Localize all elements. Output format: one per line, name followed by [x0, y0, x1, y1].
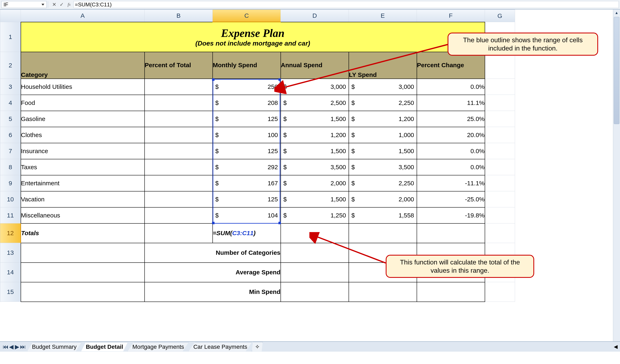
col-header-C[interactable]: C	[213, 10, 281, 22]
cell-G10[interactable]	[485, 191, 515, 207]
cell-A11[interactable]: Miscellaneous	[21, 207, 145, 223]
hdr-ly[interactable]: LY Spend	[349, 52, 417, 79]
scroll-up-button[interactable]: ▲	[613, 10, 620, 16]
cell-C3[interactable]: $250	[213, 79, 281, 95]
label-num-categories[interactable]: Number of Categories	[145, 243, 281, 263]
col-header-B[interactable]: B	[145, 10, 213, 22]
cell-B11[interactable]	[145, 207, 213, 223]
cell-D4[interactable]: $2,500	[281, 95, 349, 111]
cell-B10[interactable]	[145, 191, 213, 207]
cell-B7[interactable]	[145, 143, 213, 159]
cell-A7[interactable]: Insurance	[21, 143, 145, 159]
cell-A5[interactable]: Gasoline	[21, 111, 145, 127]
col-header-F[interactable]: F	[417, 10, 485, 22]
cell-C4[interactable]: $208	[213, 95, 281, 111]
cell-F9[interactable]: -11.1%	[417, 175, 485, 191]
tab-budget-summary[interactable]: Budget Summary	[27, 342, 81, 351]
confirm-formula-button[interactable]: ✓	[59, 1, 65, 8]
row-header-9[interactable]: 9	[0, 175, 21, 191]
cell-B6[interactable]	[145, 127, 213, 143]
label-avg-spend[interactable]: Average Spend	[145, 263, 281, 282]
cell-F5[interactable]: 25.0%	[417, 111, 485, 127]
cell-E15[interactable]	[349, 282, 417, 302]
cell-G15[interactable]	[485, 282, 515, 302]
scroll-thumb[interactable]	[614, 17, 619, 124]
hdr-pct-change[interactable]: Percent Change	[417, 52, 485, 79]
hdr-percent-total[interactable]: Percent of Total	[145, 52, 213, 79]
cell-C12-formula[interactable]: =SUM(C3:C11)	[213, 223, 281, 243]
row-header-14[interactable]: 14	[0, 263, 21, 282]
cell-E12[interactable]	[349, 223, 417, 243]
row-header-4[interactable]: 4	[0, 95, 21, 111]
formula-input[interactable]: =SUM(C3:C11)	[73, 1, 619, 8]
cell-D6[interactable]: $1,200	[281, 127, 349, 143]
label-min-spend[interactable]: Min Spend	[145, 282, 281, 302]
cell-G7[interactable]	[485, 143, 515, 159]
cell-D9[interactable]: $2,000	[281, 175, 349, 191]
dropdown-icon[interactable]	[42, 4, 44, 6]
cell-D12[interactable]	[281, 223, 349, 243]
cell-G11[interactable]	[485, 207, 515, 223]
cell-C8[interactable]: $292	[213, 159, 281, 175]
tab-budget-detail[interactable]: Budget Detail	[81, 342, 128, 351]
tab-nav-prev[interactable]: ◀	[9, 344, 14, 350]
cell-E4[interactable]: $2,250	[349, 95, 417, 111]
cell-B3[interactable]	[145, 79, 213, 95]
cell-B8[interactable]	[145, 159, 213, 175]
row-header-11[interactable]: 11	[0, 207, 21, 223]
cell-F10[interactable]: -25.0%	[417, 191, 485, 207]
cell-D14[interactable]	[281, 263, 349, 282]
tab-new-sheet[interactable]: ✧	[252, 342, 263, 351]
cell-F7[interactable]: 0.0%	[417, 143, 485, 159]
cell-G2[interactable]	[485, 52, 515, 79]
cancel-formula-button[interactable]: ✕	[51, 1, 57, 8]
hdr-annual[interactable]: Annual Spend	[281, 52, 349, 79]
row-header-10[interactable]: 10	[0, 191, 21, 207]
cell-A12-totals[interactable]: Totals	[21, 223, 145, 243]
cell-E8[interactable]: $3,500	[349, 159, 417, 175]
tab-mortgage-payments[interactable]: Mortgage Payments	[128, 342, 189, 351]
row-header-5[interactable]: 5	[0, 111, 21, 127]
cell-D11[interactable]: $1,250	[281, 207, 349, 223]
cell-D7[interactable]: $1,500	[281, 143, 349, 159]
cell-D10[interactable]: $1,500	[281, 191, 349, 207]
cell-E3[interactable]: $3,000	[349, 79, 417, 95]
cell-G6[interactable]	[485, 127, 515, 143]
cell-F8[interactable]: 0.0%	[417, 159, 485, 175]
cell-G8[interactable]	[485, 159, 515, 175]
cell-E6[interactable]: $1,000	[349, 127, 417, 143]
col-header-E[interactable]: E	[349, 10, 417, 22]
cell-C6[interactable]: $100	[213, 127, 281, 143]
cell-A6[interactable]: Clothes	[21, 127, 145, 143]
cell-G5[interactable]	[485, 111, 515, 127]
tab-car-lease-payments[interactable]: Car Lease Payments	[188, 342, 252, 351]
cell-D3[interactable]: $3,000	[281, 79, 349, 95]
insert-function-button[interactable]: fx	[66, 1, 72, 8]
row-header-7[interactable]: 7	[0, 143, 21, 159]
name-box[interactable]: IF	[1, 1, 46, 8]
cell-E10[interactable]: $2,000	[349, 191, 417, 207]
cell-C11[interactable]: $104	[213, 207, 281, 223]
cell-B4[interactable]	[145, 95, 213, 111]
tab-nav-next[interactable]: ▶	[15, 344, 20, 350]
cell-F4[interactable]: 11.1%	[417, 95, 485, 111]
cell-F12[interactable]	[417, 223, 485, 243]
row-header-2[interactable]: 2	[0, 52, 21, 79]
cell-A8[interactable]: Taxes	[21, 159, 145, 175]
cell-B12[interactable]	[145, 223, 213, 243]
cell-D8[interactable]: $3,500	[281, 159, 349, 175]
cell-F6[interactable]: 20.0%	[417, 127, 485, 143]
row-header-3[interactable]: 3	[0, 79, 21, 95]
row-header-12[interactable]: 12	[0, 223, 21, 243]
row-header-8[interactable]: 8	[0, 159, 21, 175]
cell-E7[interactable]: $1,500	[349, 143, 417, 159]
cell-F11[interactable]: -19.8%	[417, 207, 485, 223]
cell-C10[interactable]: $125	[213, 191, 281, 207]
cell-A9[interactable]: Entertainment	[21, 175, 145, 191]
cell-A10[interactable]: Vacation	[21, 191, 145, 207]
cell-G9[interactable]	[485, 175, 515, 191]
cell-A4[interactable]: Food	[21, 95, 145, 111]
cell-B5[interactable]	[145, 111, 213, 127]
title-cell[interactable]: Expense Plan (Does not include mortgage …	[21, 22, 485, 52]
row-header-13[interactable]: 13	[0, 243, 21, 263]
